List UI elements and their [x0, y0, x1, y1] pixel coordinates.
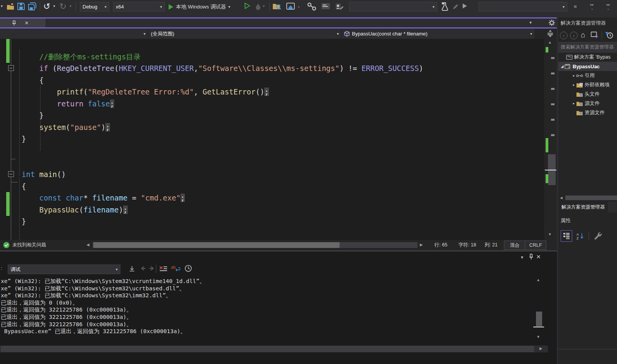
hscroll-right-icon[interactable]: ▶: [420, 243, 423, 247]
start-debugging-button[interactable]: 本地 Windows 调试器 ▾: [168, 2, 230, 12]
scroll-up-icon[interactable]: ▲: [548, 40, 552, 44]
solution-explorer-title[interactable]: 解决方案资源管理器: [561, 20, 606, 27]
tab-well-gear-icon[interactable]: [549, 20, 555, 26]
terminal-icon[interactable]: [321, 2, 330, 10]
toolbar-overflow-right-icon[interactable]: ▸▸⌄: [590, 3, 594, 10]
output-hscrollbar[interactable]: ▶: [0, 345, 548, 352]
platform-combo[interactable]: x64 ▾: [113, 2, 165, 12]
toolbar-play-icon[interactable]: [462, 3, 467, 9]
explorer-hscroll-thumb[interactable]: [565, 195, 617, 200]
output-scroll-up-icon[interactable]: ▲: [536, 278, 540, 282]
jump-to-source-icon[interactable]: [128, 265, 135, 272]
properties-title[interactable]: 属性: [561, 217, 571, 224]
expander-collapsed-icon[interactable]: ▸: [571, 74, 576, 78]
nav-member-combo[interactable]: BypassUac(const char * filename) ▾: [342, 29, 534, 39]
output-pin-icon[interactable]: [529, 254, 534, 260]
edit-pencil-icon[interactable]: [452, 3, 459, 10]
stop-icon[interactable]: ■: [574, 3, 577, 9]
tab-well-dropdown-icon[interactable]: ▼: [529, 20, 532, 25]
line-ending-indicator[interactable]: CRLF: [525, 241, 546, 250]
sync-with-active-document-icon[interactable]: [591, 31, 599, 39]
start-without-debugging-icon[interactable]: [245, 3, 250, 9]
toolbar-empty-combo-1[interactable]: ▾: [349, 2, 437, 12]
save-all-icon[interactable]: [28, 2, 37, 10]
feedback-icon[interactable]: [335, 2, 343, 11]
code-line[interactable]: //删除整个ms-settings目录: [0, 51, 544, 63]
tree-item-solution[interactable]: 解决方案 'Bypas: [558, 52, 617, 62]
line-indicator[interactable]: 行: 65: [434, 242, 447, 248]
code-line[interactable]: }: [0, 110, 544, 121]
alphabetical-sort-icon[interactable]: AZ: [575, 230, 586, 242]
tree-item-外部依赖项[interactable]: ▸外部依赖项: [558, 80, 617, 89]
next-message-icon[interactable]: [149, 265, 155, 271]
code-line[interactable]: printf("RegDeleteTree Error:%d", GetLast…: [0, 86, 544, 98]
undo-chevron-icon[interactable]: ▾: [53, 4, 55, 8]
prev-message-icon[interactable]: [140, 265, 146, 271]
wrench-icon[interactable]: [593, 231, 602, 240]
code-line[interactable]: return false;: [0, 98, 544, 110]
tree-item-源文件[interactable]: ▸源文件: [558, 99, 617, 108]
redo-icon[interactable]: ↻: [59, 2, 66, 12]
save-icon[interactable]: [17, 2, 25, 10]
code-line[interactable]: −if (RegDeleteTree(HKEY_CURRENT_USER,"So…: [0, 62, 544, 74]
categorized-view-icon[interactable]: [561, 230, 572, 242]
configuration-combo[interactable]: Debug ▾: [80, 2, 109, 12]
encoding-indicator[interactable]: 混合: [504, 241, 526, 250]
nav-file-combo[interactable]: ▾: [0, 29, 148, 39]
output-hscroll-thumb[interactable]: [1, 346, 534, 352]
explorer-hscrollbar[interactable]: ◀: [558, 195, 617, 201]
code-line[interactable]: −int main(): [0, 169, 544, 180]
expander-collapsed-icon[interactable]: ▸: [571, 101, 576, 105]
output-close-icon[interactable]: ×: [536, 253, 541, 261]
home-chevron-icon[interactable]: ▾: [298, 5, 300, 9]
word-wrap-icon[interactable]: ab: [171, 265, 180, 272]
code-line[interactable]: const char* filename = "cmd.exe";: [0, 192, 544, 204]
toolbar-overflow-chevron-icon[interactable]: ▾: [1, 4, 3, 8]
test-flask-icon[interactable]: [441, 2, 449, 11]
scroll-down-icon[interactable]: ▼: [548, 232, 552, 236]
hscroll-left-icon[interactable]: ◀: [86, 243, 90, 247]
document-tab[interactable]: ×: [0, 19, 46, 27]
tree-item-引用[interactable]: ▸引用: [558, 71, 617, 80]
editor-scrollbar[interactable]: ▲ ▼: [544, 29, 557, 240]
pin-icon[interactable]: [12, 20, 16, 26]
fold-collapse-icon[interactable]: −: [8, 65, 14, 71]
toolbar-empty-combo-2[interactable]: ▾: [478, 2, 567, 12]
attach-process-icon[interactable]: [307, 2, 316, 11]
code-line[interactable]: system("pause");: [0, 121, 544, 133]
output-window-menu-icon[interactable]: ▼: [520, 255, 524, 260]
close-icon[interactable]: ×: [25, 19, 29, 27]
clear-all-icon[interactable]: [159, 265, 167, 272]
output-vscrollbar[interactable]: ▲: [533, 276, 544, 344]
tree-item-头文件[interactable]: 头文件: [558, 89, 617, 99]
pending-changes-filter-icon[interactable]: [605, 31, 613, 39]
tab-solution-explorer[interactable]: 解决方案资源管理器: [558, 202, 608, 212]
solution-home-icon[interactable]: [286, 2, 296, 10]
output-hscroll-right-icon[interactable]: ▶: [539, 346, 543, 351]
hscroll-track[interactable]: [93, 242, 418, 248]
nav-scope-combo[interactable]: (全局范围) ▾: [149, 29, 341, 39]
code-line[interactable]: BypassUac(filename);: [0, 204, 544, 216]
expander-expanded-icon[interactable]: ◢: [560, 64, 565, 68]
explorer-search-box[interactable]: 搜索解决方案资源管理器: [558, 42, 617, 52]
tree-item-资源文件[interactable]: 资源文件: [558, 108, 617, 117]
undo-icon[interactable]: ↺: [43, 2, 50, 12]
redo-chevron-icon[interactable]: ▾: [69, 4, 71, 8]
forward-icon[interactable]: ›: [570, 32, 578, 39]
find-in-files-icon[interactable]: [272, 2, 282, 10]
char-indicator[interactable]: 字符: 18: [458, 242, 476, 248]
open-file-icon[interactable]: [6, 3, 15, 10]
split-window-handle-icon[interactable]: [547, 30, 553, 37]
output-text-area[interactable]: xe” (Win32): 已加载“C:\Windows\System32\vcr…: [0, 276, 532, 339]
hot-reload-chevron-icon[interactable]: ▾: [263, 4, 265, 8]
timestamp-icon[interactable]: [184, 265, 192, 272]
back-icon[interactable]: ‹: [560, 32, 568, 39]
explorer-hscroll-left-icon[interactable]: ◀: [560, 196, 563, 200]
code-area[interactable]: //删除整个ms-settings目录−if (RegDeleteTree(HK…: [0, 39, 544, 240]
col-indicator[interactable]: 列: 21: [485, 242, 497, 248]
toolbar-overflow-right2-icon[interactable]: ▸▸⌄: [607, 3, 610, 10]
output-scroll-down-icon[interactable]: ▼: [536, 335, 540, 339]
code-line[interactable]: {: [0, 180, 544, 192]
output-scroll-thumb[interactable]: [536, 312, 542, 326]
code-line[interactable]: {: [0, 74, 544, 86]
